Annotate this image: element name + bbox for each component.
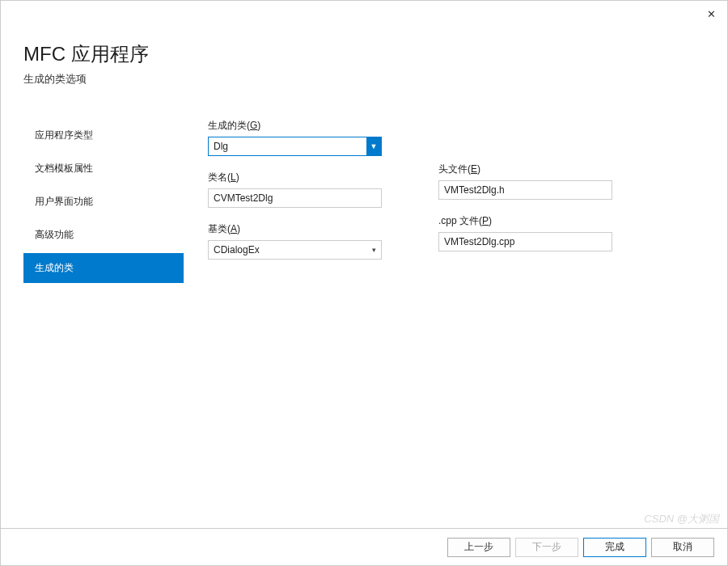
next-button-label: 下一步 xyxy=(532,540,561,554)
left-column: 生成的类(G) Dlg ▼ 类名(L) CVMTest2Dlg 基类(A) CD… xyxy=(208,119,382,528)
sidebar-item-generated-classes[interactable]: 生成的类 xyxy=(23,253,184,283)
next-button: 下一步 xyxy=(515,538,578,557)
field-cpp-file: .cpp 文件(P) VMTest2Dlg.cpp xyxy=(438,214,612,251)
sidebar-item-label: 文档模板属性 xyxy=(35,163,93,174)
chevron-down-icon: ▾ xyxy=(366,241,381,259)
prev-button-label: 上一步 xyxy=(464,540,493,554)
base-class-value: CDialogEx xyxy=(214,244,376,256)
generated-class-value: Dlg xyxy=(214,141,376,152)
chevron-down-icon: ▼ xyxy=(366,137,381,155)
class-name-label: 类名(L) xyxy=(208,171,382,184)
finish-button[interactable]: 完成 xyxy=(583,538,646,557)
header-file-input[interactable]: VMTest2Dlg.h xyxy=(438,180,612,200)
class-name-input[interactable]: CVMTest2Dlg xyxy=(208,188,382,208)
sidebar-item-ui-features[interactable]: 用户界面功能 xyxy=(23,187,184,217)
sidebar-item-label: 应用程序类型 xyxy=(35,129,93,141)
footer: 上一步 下一步 完成 取消 xyxy=(1,528,727,565)
header: MFC 应用程序 生成的类选项 xyxy=(1,27,727,103)
field-class-name: 类名(L) CVMTest2Dlg xyxy=(208,171,382,208)
cpp-file-input[interactable]: VMTest2Dlg.cpp xyxy=(438,232,612,251)
sidebar-item-label: 用户界面功能 xyxy=(35,196,93,207)
sidebar-item-label: 高级功能 xyxy=(35,229,74,240)
titlebar: ✕ xyxy=(1,1,727,27)
page-title: MFC 应用程序 xyxy=(23,41,705,67)
sidebar-item-doc-template[interactable]: 文档模板属性 xyxy=(23,154,184,184)
cancel-button[interactable]: 取消 xyxy=(651,538,714,557)
page-subtitle: 生成的类选项 xyxy=(23,72,705,87)
prev-button[interactable]: 上一步 xyxy=(447,538,510,557)
cpp-file-label: .cpp 文件(P) xyxy=(438,214,612,228)
base-class-label: 基类(A) xyxy=(208,222,382,236)
content: 生成的类(G) Dlg ▼ 类名(L) CVMTest2Dlg 基类(A) CD… xyxy=(184,119,705,528)
field-header-file: 头文件(E) VMTest2Dlg.h xyxy=(438,163,612,200)
close-button[interactable]: ✕ xyxy=(701,4,721,23)
generated-class-label: 生成的类(G) xyxy=(208,119,382,133)
class-name-value: CVMTest2Dlg xyxy=(214,192,273,204)
sidebar-item-advanced[interactable]: 高级功能 xyxy=(23,220,184,250)
field-generated-class: 生成的类(G) Dlg ▼ xyxy=(208,119,382,156)
base-class-dropdown[interactable]: CDialogEx ▾ xyxy=(208,240,382,260)
sidebar-item-label: 生成的类 xyxy=(35,262,74,273)
cpp-file-value: VMTest2Dlg.cpp xyxy=(444,236,514,247)
spacer xyxy=(438,119,612,158)
body: 应用程序类型 文档模板属性 用户界面功能 高级功能 生成的类 生成的类(G) D… xyxy=(1,103,727,528)
close-icon: ✕ xyxy=(707,8,716,20)
generated-class-dropdown[interactable]: Dlg ▼ xyxy=(208,137,382,156)
right-column: 头文件(E) VMTest2Dlg.h .cpp 文件(P) VMTest2Dl… xyxy=(438,119,612,528)
sidebar-item-app-type[interactable]: 应用程序类型 xyxy=(23,120,184,150)
finish-button-label: 完成 xyxy=(605,540,624,554)
sidebar: 应用程序类型 文档模板属性 用户界面功能 高级功能 生成的类 xyxy=(23,119,184,528)
cancel-button-label: 取消 xyxy=(673,540,692,554)
header-file-value: VMTest2Dlg.h xyxy=(444,184,505,196)
header-file-label: 头文件(E) xyxy=(438,163,612,176)
field-base-class: 基类(A) CDialogEx ▾ xyxy=(208,222,382,260)
